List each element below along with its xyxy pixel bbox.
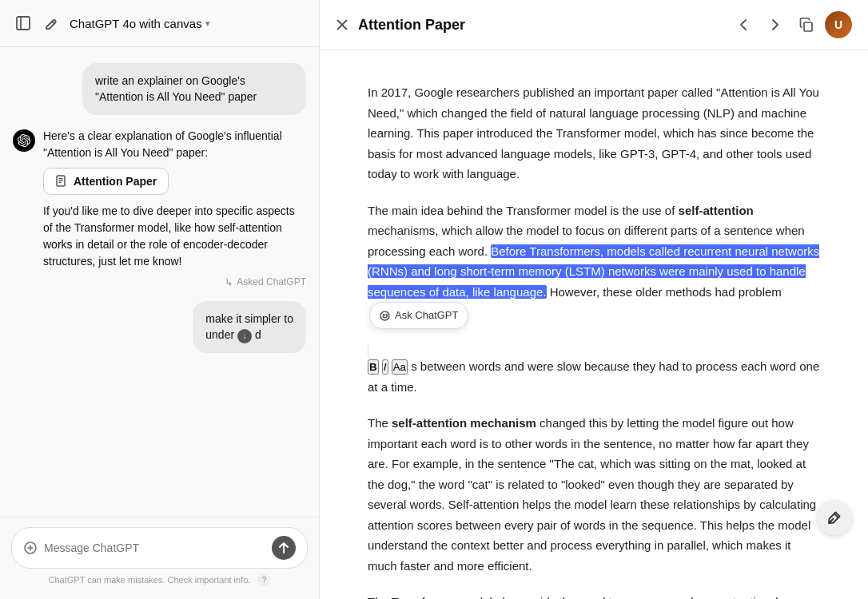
right-header: Attention Paper — [320, 0, 868, 50]
doc-content: In 2017, Google researchers published an… — [320, 50, 868, 599]
svg-rect-0 — [17, 17, 30, 30]
forward-button[interactable] — [762, 14, 788, 36]
close-button[interactable] — [336, 18, 348, 31]
right-panel: Attention Paper — [320, 0, 868, 599]
dropdown-chevron: ▾ — [205, 18, 210, 29]
paragraph-3: The self-attention mechanism changed thi… — [368, 413, 820, 576]
chat-area: write an explainer on Google's "Attentio… — [0, 47, 319, 517]
svg-rect-11 — [804, 22, 812, 31]
paragraph-4: The Transformer model also avoids the ne… — [368, 592, 820, 599]
user-message-1: write an explainer on Google's "Attentio… — [82, 63, 306, 115]
assistant-avatar — [13, 129, 35, 152]
edit-fab-button[interactable] — [817, 500, 852, 535]
user-avatar: U — [825, 11, 852, 38]
user-message-2: make it simpler to under ↓ d — [193, 301, 306, 354]
scroll-down-icon: ↓ — [237, 329, 252, 343]
copy-button[interactable] — [794, 14, 818, 35]
attention-paper-doc-button[interactable]: Attention Paper — [43, 168, 169, 195]
header-actions: U — [731, 11, 852, 38]
selection-toolbar: Ask ChatGPT — [369, 302, 468, 329]
disclaimer-text: ChatGPT can make mistakes. Check importa… — [11, 569, 308, 589]
send-button[interactable] — [272, 536, 296, 560]
bold-button[interactable]: B — [368, 359, 379, 375]
chat-input-area: ChatGPT can make mistakes. Check importa… — [0, 517, 319, 599]
assistant-message-1: Here's a clear explanation of Google's i… — [13, 128, 306, 270]
edit-icon-button[interactable] — [42, 14, 62, 34]
font-button[interactable]: Aa — [392, 359, 408, 375]
right-panel-container: Attention Paper — [320, 0, 868, 599]
left-header: ChatGPT 4o with canvas ▾ — [0, 0, 319, 47]
chat-input[interactable] — [44, 541, 265, 554]
paragraph-1: In 2017, Google researchers published an… — [368, 82, 820, 184]
back-button[interactable] — [731, 14, 756, 36]
ask-chatgpt-label: Ask ChatGPT — [395, 307, 458, 324]
app-title: ChatGPT 4o with canvas ▾ — [70, 17, 210, 30]
ask-chatgpt-icon — [380, 311, 390, 321]
toolbar-divider-1 — [368, 345, 368, 356]
italic-button[interactable]: I — [382, 359, 388, 375]
attach-button[interactable] — [23, 541, 38, 555]
help-icon: ? — [257, 573, 270, 586]
left-panel: ChatGPT 4o with canvas ▾ write an explai… — [0, 0, 320, 599]
paragraph-2: The main idea behind the Transformer mod… — [368, 200, 820, 330]
chat-input-wrapper — [11, 527, 308, 569]
asked-chatgpt-label: ↳ Asked ChatGPT — [225, 276, 306, 288]
sidebar-toggle-button[interactable] — [13, 13, 34, 34]
assistant-text-1: Here's a clear explanation of Google's i… — [43, 128, 306, 270]
doc-title: Attention Paper — [358, 17, 721, 34]
